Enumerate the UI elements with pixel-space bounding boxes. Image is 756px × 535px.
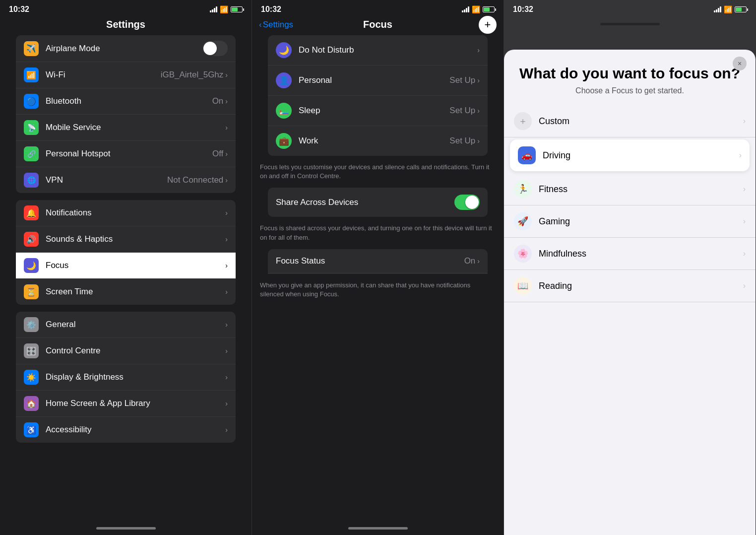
share-across-devices-row[interactable]: Share Across Devices xyxy=(268,188,488,217)
time-3: 10:32 xyxy=(513,5,533,14)
display-chevron: › xyxy=(225,373,228,381)
focus-option-gaming[interactable]: 🚀 Gaming › xyxy=(504,205,756,238)
focus-status-chevron: › xyxy=(477,257,480,265)
settings-item-display[interactable]: ☀️ Display & Brightness › xyxy=(16,364,236,391)
mobile-label: Mobile Service xyxy=(46,123,225,133)
hotspot-value: Off xyxy=(212,149,223,159)
mindfulness-chevron: › xyxy=(743,249,746,258)
back-label: Settings xyxy=(263,20,293,30)
focus-option-fitness[interactable]: 🏃 Fitness › xyxy=(504,173,756,205)
focus-item-personal[interactable]: 👤 Personal Set Up › xyxy=(268,66,488,96)
focus-status-value: On xyxy=(464,256,476,266)
wifi-icon: 📶 xyxy=(220,5,228,13)
wifi-icon-2: 📶 xyxy=(472,5,480,13)
focus-panel: 10:32 📶 ‹ Settings Focus + xyxy=(252,0,504,535)
status-bar-3: 10:32 📶 xyxy=(504,0,756,17)
focus-item-work[interactable]: 💼 Work Set Up › xyxy=(268,126,488,156)
work-icon: 💼 xyxy=(276,133,292,149)
airplane-toggle[interactable] xyxy=(202,41,228,56)
bluetooth-label: Bluetooth xyxy=(46,96,212,106)
focus-option-reading[interactable]: 📖 Reading › xyxy=(504,270,756,302)
home-indicator-3 xyxy=(504,17,756,31)
modal-subtitle: Choose a Focus to get started. xyxy=(504,86,756,105)
focus-option-custom[interactable]: ＋ Custom › xyxy=(504,105,756,137)
reading-icon: 📖 xyxy=(514,277,532,295)
back-button[interactable]: ‹ Settings xyxy=(259,20,293,30)
signal-icon-2 xyxy=(462,6,469,12)
bluetooth-icon: 🔵 xyxy=(24,94,39,109)
focus-item-sleep[interactable]: 🛏️ Sleep Set Up › xyxy=(268,96,488,126)
settings-nav: Settings xyxy=(0,17,252,35)
focus-options-list: ＋ Custom › 🚗 Driving › 🏃 Fitness › xyxy=(504,105,756,302)
controlcentre-chevron: › xyxy=(225,347,228,355)
settings-item-controlcentre[interactable]: 🎛️ Control Centre › xyxy=(16,338,236,364)
gaming-chevron: › xyxy=(743,217,746,226)
display-icon: ☀️ xyxy=(24,370,39,385)
bluetooth-value: On xyxy=(212,96,224,106)
focus-description-2: Focus is shared across your devices, and… xyxy=(252,220,504,249)
settings-item-accessibility[interactable]: ♿ Accessibility › xyxy=(16,417,236,443)
controlcentre-icon: 🎛️ xyxy=(24,343,39,358)
hotspot-chevron: › xyxy=(225,150,228,158)
focus-label: Focus xyxy=(46,261,225,270)
focus-modal: × What do you want to focus on? Choose a… xyxy=(504,50,756,535)
settings-group-2: 🔔 Notifications › 🔊 Sounds & Haptics › 🌙… xyxy=(0,200,252,305)
hotspot-icon: 🔗 xyxy=(24,146,39,161)
settings-item-bluetooth[interactable]: 🔵 Bluetooth On › xyxy=(16,88,236,115)
settings-content: ✈️ Airplane Mode 📶 Wi-Fi iGB_Airtel_5Ghz… xyxy=(0,35,252,521)
settings-item-airplane[interactable]: ✈️ Airplane Mode xyxy=(16,35,236,62)
custom-icon: ＋ xyxy=(514,112,532,130)
settings-item-general[interactable]: ⚙️ General › xyxy=(16,312,236,338)
focus-option-driving[interactable]: 🚗 Driving › xyxy=(510,139,750,171)
focus-icon: 🌙 xyxy=(24,258,39,273)
work-chevron: › xyxy=(477,137,480,145)
close-icon: × xyxy=(738,60,742,67)
hotspot-label: Personal Hotspot xyxy=(46,149,212,159)
modal-title: What do you want to focus on? xyxy=(504,60,756,86)
focus-status-row[interactable]: Focus Status On › xyxy=(268,249,488,273)
settings-item-wifi[interactable]: 📶 Wi-Fi iGB_Airtel_5Ghz › xyxy=(16,62,236,88)
sleep-chevron: › xyxy=(477,107,480,115)
mobile-icon: 📡 xyxy=(24,120,39,135)
sounds-chevron: › xyxy=(225,235,228,243)
home-indicator-1 xyxy=(0,521,252,535)
share-label: Share Across Devices xyxy=(276,198,454,207)
homescreen-label: Home Screen & App Library xyxy=(46,399,225,408)
focus-item-dnd[interactable]: 🌙 Do Not Disturb › xyxy=(268,35,488,66)
fitness-icon: 🏃 xyxy=(514,180,532,198)
settings-item-screentime[interactable]: ⏳ Screen Time › xyxy=(16,279,236,305)
settings-item-homescreen[interactable]: 🏠 Home Screen & App Library › xyxy=(16,391,236,417)
sounds-icon: 🔊 xyxy=(24,232,39,247)
airplane-label: Airplane Mode xyxy=(46,44,202,54)
focus-option-mindfulness[interactable]: 🌸 Mindfulness › xyxy=(504,238,756,270)
settings-item-notifications[interactable]: 🔔 Notifications › xyxy=(16,200,236,226)
dnd-label: Do Not Disturb xyxy=(299,45,477,55)
notifications-icon: 🔔 xyxy=(24,205,39,220)
vpn-label: VPN xyxy=(46,175,167,185)
settings-item-hotspot[interactable]: 🔗 Personal Hotspot Off › xyxy=(16,141,236,167)
general-label: General xyxy=(46,320,225,330)
general-chevron: › xyxy=(225,321,228,329)
accessibility-icon: ♿ xyxy=(24,422,39,437)
mindfulness-icon: 🌸 xyxy=(514,245,532,263)
share-toggle[interactable] xyxy=(454,195,480,210)
settings-item-focus[interactable]: 🌙 Focus › xyxy=(16,253,236,279)
sleep-value: Set Up xyxy=(449,106,475,116)
homescreen-chevron: › xyxy=(225,400,228,407)
settings-item-mobile[interactable]: 📡 Mobile Service › xyxy=(16,115,236,141)
wifi-settings-icon: 📶 xyxy=(24,67,39,82)
add-focus-button[interactable]: + xyxy=(479,16,497,34)
personal-icon: 👤 xyxy=(276,72,292,88)
battery-icon-2 xyxy=(483,6,495,12)
custom-chevron: › xyxy=(743,117,746,126)
settings-item-sounds[interactable]: 🔊 Sounds & Haptics › xyxy=(16,226,236,253)
wifi-label: Wi-Fi xyxy=(46,70,161,80)
fitness-label: Fitness xyxy=(539,184,743,195)
modal-close-button[interactable]: × xyxy=(733,57,747,70)
back-chevron: ‹ xyxy=(259,20,262,30)
focus-on-panel: 10:32 📶 × What do you want to focus on? … xyxy=(504,0,756,535)
notifications-chevron: › xyxy=(225,209,228,217)
focus-content: 🌙 Do Not Disturb › 👤 Personal Set Up › 🛏… xyxy=(252,35,504,521)
settings-item-vpn[interactable]: 🌐 VPN Not Connected › xyxy=(16,167,236,193)
dnd-chevron: › xyxy=(477,46,480,54)
